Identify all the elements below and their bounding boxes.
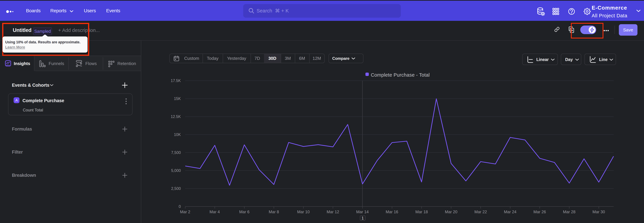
svg-text:Mar 22: Mar 22 xyxy=(474,209,487,214)
svg-text:Mar 24: Mar 24 xyxy=(504,209,516,214)
svg-text:10K: 10K xyxy=(174,133,181,137)
svg-text:Mar 8: Mar 8 xyxy=(269,209,279,214)
svg-text:0: 0 xyxy=(178,204,181,209)
svg-text:Mar 14: Mar 14 xyxy=(356,209,369,214)
svg-text:5,000: 5,000 xyxy=(171,168,181,173)
svg-text:15K: 15K xyxy=(174,96,181,101)
svg-text:Mar 26: Mar 26 xyxy=(534,209,546,214)
svg-text:Mar 10: Mar 10 xyxy=(297,209,310,214)
svg-text:Mar 20: Mar 20 xyxy=(445,209,458,214)
svg-text:Mar 2: Mar 2 xyxy=(180,209,190,214)
svg-text:17.5K: 17.5K xyxy=(171,78,181,83)
svg-text:12.5K: 12.5K xyxy=(171,115,181,119)
svg-text:Mar 12: Mar 12 xyxy=(327,209,339,214)
svg-text:Mar 16: Mar 16 xyxy=(386,209,398,214)
svg-text:2,500: 2,500 xyxy=(171,186,181,191)
svg-text:Mar 4: Mar 4 xyxy=(210,209,220,214)
svg-text:Mar 28: Mar 28 xyxy=(563,209,576,214)
svg-text:Mar 6: Mar 6 xyxy=(239,209,250,214)
svg-text:Mar 30: Mar 30 xyxy=(592,209,605,214)
svg-text:7,500: 7,500 xyxy=(171,150,181,155)
svg-text:Mar 18: Mar 18 xyxy=(416,209,428,214)
